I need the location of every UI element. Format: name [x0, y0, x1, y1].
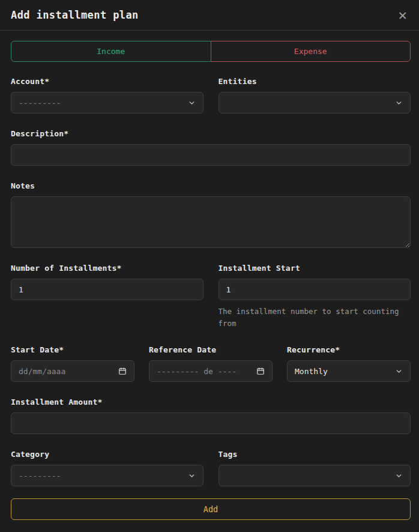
- reference-date-input[interactable]: [157, 367, 252, 376]
- dates-row: Start Date* Reference Date R: [11, 345, 411, 382]
- installment-start-input[interactable]: [226, 285, 403, 294]
- chevron-down-icon: [390, 367, 403, 375]
- account-select-value: ---------: [19, 98, 61, 107]
- recurrence-select[interactable]: Monthly: [287, 360, 411, 382]
- description-input[interactable]: [19, 151, 403, 160]
- account-select[interactable]: ---------: [11, 92, 203, 113]
- calendar-icon[interactable]: [252, 367, 265, 375]
- chevron-down-icon: [390, 472, 403, 480]
- type-toggle: Income Expense: [11, 41, 411, 62]
- num-installments-label: Number of Installments*: [11, 264, 203, 273]
- category-select-value: ---------: [19, 471, 61, 480]
- notes-textarea[interactable]: [11, 196, 411, 248]
- tags-label: Tags: [219, 450, 411, 459]
- chevron-down-icon: [183, 99, 196, 107]
- category-label: Category: [11, 450, 203, 459]
- category-select[interactable]: ---------: [11, 465, 203, 486]
- num-installments-input[interactable]: [19, 285, 196, 294]
- category-field-group: Category ---------: [11, 450, 203, 486]
- start-date-label: Start Date*: [11, 345, 134, 354]
- num-installments-field-group: Number of Installments*: [11, 264, 203, 300]
- reference-date-field-group: Reference Date: [149, 345, 273, 382]
- add-installment-plan-modal: Add installment plan ✕ Income Expense Ac…: [0, 0, 419, 532]
- chevron-down-icon: [183, 472, 196, 480]
- entities-label: Entities: [219, 77, 411, 86]
- start-date-input[interactable]: [19, 367, 113, 376]
- installment-start-label: Installment Start: [219, 264, 411, 273]
- description-field-group: Description*: [11, 129, 411, 166]
- installment-start-input-wrap: [219, 279, 411, 300]
- modal-header: Add installment plan ✕: [0, 0, 419, 31]
- recurrence-field-group: Recurrence* Monthly: [287, 345, 411, 382]
- num-installments-input-wrap: [11, 279, 203, 300]
- recurrence-label: Recurrence*: [287, 345, 411, 354]
- installments-row: Number of Installments* Installment Star…: [11, 264, 411, 330]
- account-entities-row: Account* --------- Entities: [11, 77, 411, 113]
- installment-amount-input-wrap: [11, 413, 411, 434]
- expense-toggle-button[interactable]: Expense: [211, 41, 411, 62]
- chevron-down-icon: [390, 99, 403, 107]
- category-tags-row: Category --------- Tags: [11, 450, 411, 486]
- installment-start-field-group: Installment Start The installment number…: [219, 264, 411, 330]
- modal-body: Income Expense Account* --------- Entiti…: [0, 31, 419, 532]
- notes-field-group: Notes: [11, 181, 411, 248]
- reference-date-label: Reference Date: [149, 345, 273, 354]
- installment-amount-label: Installment Amount*: [11, 397, 411, 407]
- close-icon[interactable]: ✕: [399, 8, 407, 22]
- tags-select[interactable]: [219, 465, 411, 486]
- description-label: Description*: [11, 129, 411, 138]
- start-date-field-group: Start Date*: [11, 345, 134, 382]
- installment-amount-field-group: Installment Amount*: [11, 397, 411, 434]
- income-toggle-button[interactable]: Income: [11, 41, 211, 62]
- recurrence-select-value: Monthly: [295, 367, 328, 376]
- account-field-group: Account* ---------: [11, 77, 203, 113]
- description-input-wrap: [11, 144, 411, 166]
- tags-field-group: Tags: [219, 450, 411, 486]
- installment-amount-input[interactable]: [19, 419, 403, 428]
- entities-field-group: Entities: [219, 77, 411, 113]
- calendar-icon[interactable]: [113, 367, 127, 375]
- modal-title: Add installment plan: [11, 9, 139, 21]
- entities-select[interactable]: [219, 92, 411, 113]
- installment-start-help: The installment number to start counting…: [219, 306, 411, 330]
- reference-date-input-wrap: [149, 360, 273, 382]
- start-date-input-wrap: [11, 360, 134, 382]
- account-label: Account*: [11, 77, 203, 86]
- add-button[interactable]: Add: [11, 498, 411, 520]
- notes-label: Notes: [11, 181, 411, 190]
